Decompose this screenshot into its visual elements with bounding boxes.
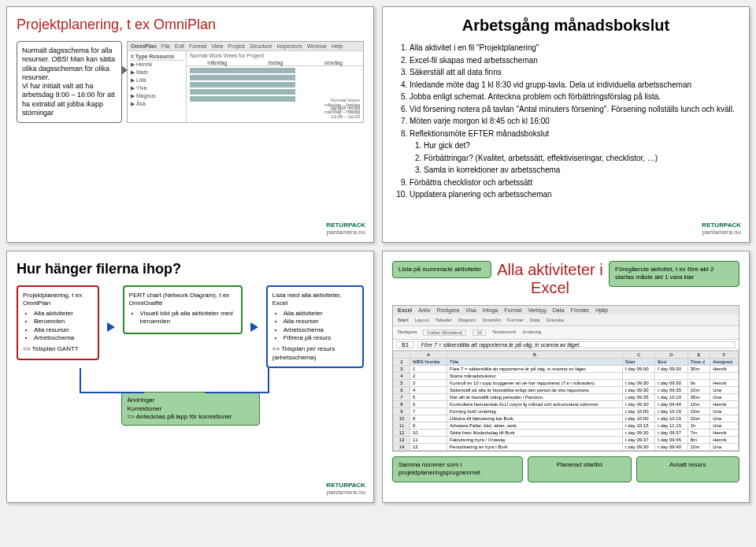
bullet: Beroenden [34, 318, 93, 326]
list-item: Möten varje morgon kl 8:45 och kl 16:00 [410, 116, 739, 127]
resource: ▶ Ylva [129, 84, 184, 92]
box-title: PERT chart (Network Diagram), t ex OmniG… [129, 292, 236, 308]
box-omniplan: Projektplanering, t ex OmniPlan Alla akt… [17, 285, 99, 360]
excel-appmenu: Excel Arkiv Redigera Visa Infoga Format … [393, 306, 739, 314]
tab: Formler [507, 318, 524, 322]
cell-ref: B3 [396, 341, 414, 348]
list-item: Excel-fil skapas med arbetsscheman [410, 55, 739, 66]
group: Teckensnitt [492, 329, 516, 336]
menu-item: Excel [398, 307, 412, 313]
bullet: Arbetsschema [34, 334, 93, 342]
logo-brand: RETURPACK [326, 221, 365, 229]
resource: ▶ Magnus [129, 92, 184, 100]
tab: Layout [415, 318, 429, 322]
arrow-icon [250, 322, 258, 332]
list-item: Vid försening notera på tavlan "Antal mi… [410, 104, 739, 115]
menu-item: Arkiv [418, 307, 431, 313]
bottom-label-left: Samma nummer som i projektplaneringsprog… [392, 456, 523, 482]
list-item: Uppdatera planering och arbetsscheman [410, 189, 739, 200]
bullet: Alla resurser [34, 326, 93, 334]
list-item: Reflektionsmöte EFTER månadsbokslut Hur … [410, 128, 739, 176]
menu-item: Structure [250, 43, 272, 49]
bottom-label-right: Avsatt resurs [636, 456, 739, 482]
bullet: Alla resurser [284, 318, 358, 326]
font-size: 10 [472, 329, 486, 336]
resource: ▶ Lilla [129, 76, 184, 84]
omniplan-menu: OmniPlan File Edit Format View Project S… [128, 42, 363, 51]
resource: ▶ Mats [129, 69, 184, 76]
line: Korrektioner [128, 405, 254, 413]
menu-item: Format [189, 43, 206, 49]
list-item: Förbättra checklistor och arbetssätt [410, 177, 739, 188]
logo-sub: pantamera.nu [326, 489, 365, 496]
bullet: Filtrera på resurs [284, 334, 358, 342]
group: Redigera [398, 329, 417, 336]
workflow-list: Alla aktivitet i en fil "Projektplanerin… [392, 43, 739, 200]
spreadsheet: ABCDEF2WBS NumbeTitleStartEndTime dAssig… [393, 351, 739, 451]
box-excel: Lista med alla aktiviteter, Excel Alla a… [266, 285, 364, 368]
menu-item: Verktyg [528, 307, 546, 313]
resource: ▶ Åsa [129, 100, 184, 108]
slide1-title: Projektplanering, t ex OmniPlan [17, 17, 364, 33]
slide-3: Hur hänger filerna ihop? Projektplanerin… [6, 251, 374, 503]
col: onsdag [324, 60, 343, 65]
sub-item: Förbättringar? (Kvalitet, arbetssätt, ef… [424, 153, 739, 164]
list-item: Jobba enligt schemat. Anteckna problem o… [410, 91, 739, 102]
gantt-area: Normal Work Week for Project måndag tisd… [187, 51, 363, 122]
bullet: Visuell bild på alla aktiviteter med ber… [140, 310, 236, 326]
logo: RETURPACK pantamera.nu [326, 482, 365, 496]
box-pert: PERT chart (Network Diagram), t ex OmniG… [123, 285, 243, 334]
list-item: Säkerställ att all data finns [410, 67, 739, 78]
box-title: Projektplanering, t ex OmniPlan [23, 292, 93, 308]
slide2-title: Arbetsgång månadsbokslut [392, 17, 739, 35]
sub-item: Samla in korrektioner av arbetsschema [424, 165, 739, 176]
slide-4: Lista på numrerade aktiviteter Alla akti… [382, 251, 750, 503]
menu-item: Inspectors [276, 43, 302, 49]
ribbon-tabs: Start Layout Tabeller Diagram SmartArt F… [393, 314, 739, 326]
slide3-title: Hur hänger filerna ihop? [17, 261, 364, 277]
bullet: Alla aktiviteter [284, 310, 358, 318]
callout-left: Lista på numrerade aktiviteter [392, 261, 491, 278]
box-title: Lista med alla aktiviteter, Excel [272, 292, 358, 308]
menu-item: Infoga [483, 307, 498, 313]
menu-item: Help [332, 43, 343, 49]
changes-box: Ändringar Korrektioner => Antecknas på l… [121, 392, 260, 426]
arrow-icon [107, 322, 115, 332]
line: Ändringar [128, 396, 254, 404]
formula-bar: Före 7 = säkerställa att rapporterna är … [417, 341, 736, 348]
tab: SmartArt [482, 318, 501, 322]
logo-sub: pantamera.nu [702, 229, 741, 236]
col: tisdag [269, 60, 284, 65]
logo-sub: pantamera.nu [326, 229, 365, 236]
menu-item: Fönster [571, 307, 590, 313]
resource-list: # Type Resource ▶ Henrik ▶ Mats ▶ Lilla … [128, 51, 187, 122]
hours-label-2: Normal Hours måndag – fredag 12:00 – 16:… [324, 105, 360, 119]
menu-item: Redigera [437, 307, 459, 313]
col: måndag [207, 60, 227, 65]
box-foot: => Tidsplan GANTT [23, 345, 93, 353]
font-name: Calibri (Brödtext) [423, 329, 466, 336]
list-item: Inledande möte dag 1 kl 8:30 vid grupp-t… [410, 80, 739, 91]
tab: Diagram [458, 318, 476, 322]
menu-item: Hjälp [595, 307, 608, 313]
list-item: Alla aktivitet i en fil "Projektplanerin… [410, 43, 739, 54]
omniplan-mock: OmniPlan File Edit Format View Project S… [127, 41, 364, 123]
menu-item: View [211, 43, 223, 49]
menu-item: Edit [175, 43, 184, 49]
logo: RETURPACK pantamera.nu [702, 221, 741, 236]
menu-item: File [161, 43, 170, 49]
slide1-callout: Normalt dagsschema för alla resurser. OB… [17, 41, 122, 123]
menu-item: Format [504, 307, 521, 313]
menu-item: Data [553, 307, 565, 313]
slide4-title: Alla aktiviteter i Excel [496, 261, 604, 297]
menu-item: OmniPlan [131, 43, 157, 49]
menu-item: Visa [465, 307, 476, 313]
line: => Antecknas på lapp för korrektioner [128, 413, 254, 421]
resource: ▶ Henrik [129, 61, 184, 69]
bullet: Arbetsschema [284, 326, 358, 334]
menu-item: Window [307, 43, 327, 49]
bottom-label-mid: Planerad starttid [528, 456, 631, 482]
sub-item: Hur gick det? [424, 140, 739, 151]
tab: Tabeller [435, 318, 452, 322]
tab: Granska [546, 318, 564, 322]
